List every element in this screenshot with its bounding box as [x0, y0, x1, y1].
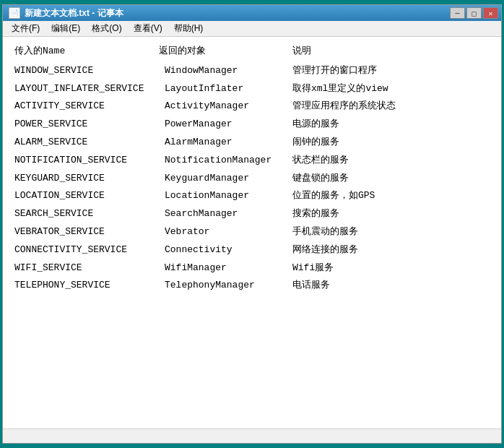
service-return: LayoutInflater	[156, 80, 290, 98]
header-return: 返回的对象	[156, 43, 290, 62]
service-name: LOCATION_SERVICE	[12, 187, 156, 205]
table-row: KEYGUARD_SERVICEKeyguardManager键盘锁的服务	[12, 170, 492, 188]
service-desc: 取得xml里定义的view	[290, 80, 492, 98]
service-table: 传入的Name 返回的对象 说明 WINDOW_SERVICEWindowMan…	[12, 43, 492, 295]
notepad-window: 📄 新建文本文档.txt - 记事本 ─ □ ✕ 文件(F) 编辑(E) 格式(…	[2, 4, 502, 444]
table-row: WIFI_SERVICEWifiManagerWifi服务	[12, 259, 492, 277]
service-name: TELEPHONY_SERVICE	[12, 277, 156, 295]
minimize-button[interactable]: ─	[450, 7, 465, 19]
service-desc: 搜索的服务	[290, 205, 492, 223]
menu-help[interactable]: 帮助(H)	[168, 21, 209, 36]
service-name: NOTIFICATION_SERVICE	[12, 152, 156, 170]
table-row: LOCATION_SERVICELocationManager位置的服务，如GP…	[12, 187, 492, 205]
window-icon: 📄	[9, 7, 20, 19]
titlebar: 📄 新建文本文档.txt - 记事本 ─ □ ✕	[3, 5, 501, 21]
menubar: 文件(F) 编辑(E) 格式(O) 查看(V) 帮助(H)	[3, 21, 501, 37]
service-return: PowerManager	[156, 116, 290, 134]
service-return: TelephonyManager	[156, 277, 290, 295]
service-return: Vebrator	[156, 223, 290, 241]
service-return: WifiManager	[156, 259, 290, 277]
service-desc: 位置的服务，如GPS	[290, 187, 492, 205]
service-name: WIFI_SERVICE	[12, 259, 156, 277]
maximize-button[interactable]: □	[466, 7, 482, 19]
service-return: WindowManager	[156, 62, 290, 80]
text-content[interactable]: 传入的Name 返回的对象 说明 WINDOW_SERVICEWindowMan…	[3, 37, 501, 428]
service-name: VEBRATOR_SERVICE	[12, 223, 156, 241]
service-return: SearchManager	[156, 205, 290, 223]
service-return: AlarmManager	[156, 134, 290, 152]
table-row: WINDOW_SERVICEWindowManager管理打开的窗口程序	[12, 62, 492, 80]
table-row: CONNECTIVITY_SERVICEConnectivity网络连接的服务	[12, 241, 492, 259]
menu-edit[interactable]: 编辑(E)	[45, 21, 86, 36]
service-return: KeyguardManager	[156, 170, 290, 188]
service-desc: 电话服务	[290, 277, 492, 295]
service-name: POWER_SERVICE	[12, 116, 156, 134]
service-desc: 管理应用程序的系统状态	[290, 98, 492, 116]
table-row: ALARM_SERVICEAlarmManager闹钟的服务	[12, 134, 492, 152]
menu-format[interactable]: 格式(O)	[86, 21, 127, 36]
table-row: VEBRATOR_SERVICEVebrator手机震动的服务	[12, 223, 492, 241]
table-row: ACTIVITY_SERVICEActivityManager管理应用程序的系统…	[12, 98, 492, 116]
service-desc: 电源的服务	[290, 116, 492, 134]
service-desc: 键盘锁的服务	[290, 170, 492, 188]
service-name: CONNECTIVITY_SERVICE	[12, 241, 156, 259]
service-name: ACTIVITY_SERVICE	[12, 98, 156, 116]
statusbar	[3, 428, 501, 443]
service-desc: 管理打开的窗口程序	[290, 62, 492, 80]
table-row: SEARCH_SERVICESearchManager搜索的服务	[12, 205, 492, 223]
service-desc: 手机震动的服务	[290, 223, 492, 241]
service-name: LAYOUT_INFLATER_SERVICE	[12, 80, 156, 98]
menu-file[interactable]: 文件(F)	[6, 21, 45, 36]
service-name: WINDOW_SERVICE	[12, 62, 156, 80]
service-desc: 闹钟的服务	[290, 134, 492, 152]
service-name: KEYGUARD_SERVICE	[12, 170, 156, 188]
titlebar-left: 📄 新建文本文档.txt - 记事本	[9, 7, 123, 20]
table-row: LAYOUT_INFLATER_SERVICELayoutInflater取得x…	[12, 80, 492, 98]
window-title: 新建文本文档.txt - 记事本	[25, 7, 123, 20]
service-name: ALARM_SERVICE	[12, 134, 156, 152]
table-row: TELEPHONY_SERVICETelephonyManager电话服务	[12, 277, 492, 295]
service-desc: Wifi服务	[290, 259, 492, 277]
menu-view[interactable]: 查看(V)	[128, 21, 168, 36]
table-row: POWER_SERVICEPowerManager电源的服务	[12, 116, 492, 134]
header-name: 传入的Name	[12, 43, 156, 62]
service-return: ActivityManager	[156, 98, 290, 116]
titlebar-buttons: ─ □ ✕	[450, 7, 498, 19]
header-desc: 说明	[290, 43, 492, 62]
service-desc: 状态栏的服务	[290, 152, 492, 170]
service-name: SEARCH_SERVICE	[12, 205, 156, 223]
service-return: Connectivity	[156, 241, 290, 259]
close-button[interactable]: ✕	[483, 7, 498, 19]
table-row: NOTIFICATION_SERVICENotificationManager状…	[12, 152, 492, 170]
service-return: LocationManager	[156, 187, 290, 205]
service-return: NotificationManager	[156, 152, 290, 170]
service-desc: 网络连接的服务	[290, 241, 492, 259]
table-header-row: 传入的Name 返回的对象 说明	[12, 43, 492, 62]
